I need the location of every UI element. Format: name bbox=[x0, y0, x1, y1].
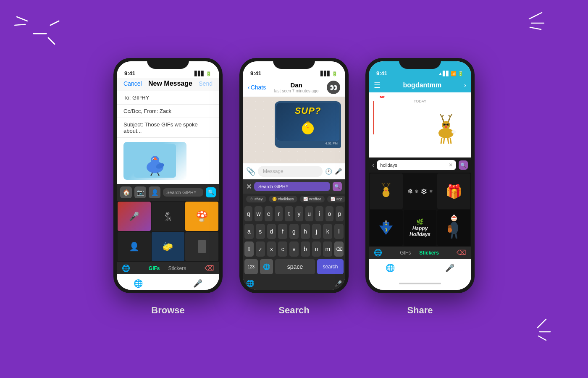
hashtag-coffee[interactable]: 📈 #coffee bbox=[300, 196, 325, 202]
gifs-tab-1[interactable]: GIFs bbox=[149, 265, 160, 271]
globe-icon-1[interactable]: 🌐 bbox=[122, 264, 130, 272]
gif-cell-3[interactable]: 🍄 bbox=[185, 202, 218, 231]
camera-icon-btn[interactable]: 📷 bbox=[134, 186, 146, 198]
delete-icon-3[interactable]: ⌫ bbox=[457, 249, 466, 257]
phone1-label: Browse bbox=[151, 305, 184, 316]
key-r[interactable]: r bbox=[275, 206, 283, 221]
mail-to-field[interactable]: To: GIPHY bbox=[117, 91, 219, 105]
home-icon-btn[interactable]: 🏠 bbox=[120, 186, 132, 198]
mail-cc-field[interactable]: Cc/Bcc, From: Zack bbox=[117, 105, 219, 118]
key-a[interactable]: a bbox=[244, 224, 254, 239]
search-icon-3[interactable]: 🔍 bbox=[459, 160, 468, 170]
gif-cell-4[interactable]: 👤 bbox=[118, 232, 151, 261]
delete-icon-1[interactable]: ⌫ bbox=[205, 264, 214, 272]
giphy-search-input-2[interactable]: Search GIPHY bbox=[254, 182, 330, 191]
globe-icon-3[interactable]: 🌐 bbox=[374, 249, 382, 257]
globe-key[interactable]: 🌐 bbox=[260, 259, 273, 274]
gif-cell-1[interactable]: 🎤 bbox=[118, 202, 151, 231]
globe-sys-3[interactable]: 🌐 bbox=[386, 263, 395, 273]
hashtag-hey[interactable]: ⏱ #hey bbox=[246, 196, 266, 202]
phone1-status-icons: ▋▋▋ 🔋 bbox=[194, 71, 212, 76]
kb-mic-icon[interactable]: 🎤 bbox=[335, 280, 342, 287]
giphy-search-input-3[interactable]: holidays ✕ bbox=[377, 160, 456, 170]
key-v[interactable]: v bbox=[289, 242, 299, 257]
search-icon-2[interactable]: 🔍 bbox=[333, 182, 342, 191]
hashtag-gc[interactable]: 📈 #gc bbox=[327, 196, 345, 202]
key-i[interactable]: i bbox=[315, 206, 323, 221]
red-line bbox=[373, 101, 374, 134]
mail-gif-preview bbox=[123, 142, 186, 180]
hashtag-holidays[interactable]: 😊 #holidays bbox=[269, 196, 297, 202]
sticker-cell-5[interactable]: 🌿 HappyHolidays bbox=[404, 210, 437, 246]
key-d[interactable]: d bbox=[267, 224, 276, 239]
svg-point-23 bbox=[306, 125, 307, 126]
sticker-cell-4[interactable]: נ ✦ bbox=[370, 210, 403, 246]
key-l[interactable]: l bbox=[334, 224, 344, 239]
mic-icon[interactable]: 🎤 bbox=[335, 168, 342, 175]
key-p[interactable]: p bbox=[336, 206, 344, 221]
key-b[interactable]: b bbox=[301, 242, 310, 257]
key-g[interactable]: g bbox=[289, 224, 299, 239]
key-o[interactable]: o bbox=[326, 206, 333, 221]
key-e[interactable]: e bbox=[265, 206, 273, 221]
key-q[interactable]: q bbox=[244, 206, 252, 221]
key-z[interactable]: z bbox=[256, 242, 265, 257]
chevron-right-icon[interactable]: › bbox=[464, 81, 466, 89]
sticker-cell-6[interactable] bbox=[437, 210, 470, 246]
cancel-button[interactable]: Cancel bbox=[123, 80, 142, 87]
sticker-cell-1[interactable] bbox=[370, 173, 403, 209]
send-button[interactable]: Send bbox=[199, 80, 213, 87]
happy-holidays-text: HappyHolidays bbox=[410, 226, 430, 238]
num-key[interactable]: 123 bbox=[244, 259, 258, 274]
key-f[interactable]: f bbox=[278, 224, 287, 239]
svg-line-1 bbox=[50, 21, 59, 25]
search-value-3: holidays bbox=[380, 163, 397, 168]
key-s[interactable]: s bbox=[256, 224, 265, 239]
gif-cell-2[interactable]: 💃 bbox=[152, 202, 185, 231]
clear-search-icon[interactable]: ✕ bbox=[449, 162, 453, 168]
key-n[interactable]: n bbox=[312, 242, 321, 257]
shift-key[interactable]: ⇧ bbox=[244, 242, 254, 257]
giphy-search-input-1[interactable]: Search GIPHY bbox=[163, 188, 203, 197]
stickers-tab-3[interactable]: Stickers bbox=[419, 250, 439, 256]
gif-cell-6[interactable] bbox=[185, 232, 218, 261]
gif-cell-5[interactable]: 🧽 bbox=[152, 232, 185, 261]
menu-icon[interactable]: ☰ bbox=[374, 81, 381, 90]
gifs-tab-3[interactable]: GIFs bbox=[400, 250, 411, 256]
tg-message-input[interactable]: Message bbox=[258, 166, 323, 177]
sticker-cell-3[interactable]: 🎁 bbox=[437, 173, 470, 209]
key-y[interactable]: y bbox=[295, 206, 303, 221]
back-icon-3[interactable]: ‹ bbox=[372, 161, 374, 169]
key-x[interactable]: x bbox=[267, 242, 276, 257]
key-m[interactable]: m bbox=[323, 242, 332, 257]
key-u[interactable]: u bbox=[305, 206, 313, 221]
sticker-cell-2[interactable]: ❄ ❄ ❄ ❄ bbox=[404, 173, 437, 209]
kb-globe-icon[interactable]: 🌐 bbox=[246, 279, 255, 287]
giphy-keyboard-1: 🏠 📷 👤 Search GIPHY 🔍 🎤 bbox=[117, 184, 219, 274]
search-key[interactable]: search bbox=[317, 259, 344, 274]
svg-line-10 bbox=[538, 336, 546, 340]
attach-icon[interactable]: 📎 bbox=[246, 167, 255, 176]
key-t[interactable]: t bbox=[285, 206, 293, 221]
svg-line-36 bbox=[444, 138, 444, 144]
close-keyboard-btn[interactable]: ✕ bbox=[246, 183, 252, 191]
space-key[interactable]: space bbox=[275, 259, 315, 274]
phone3-status-icons: ▲▋▋ 📶 🔋 bbox=[438, 71, 464, 76]
globe-sys-1[interactable]: 🌐 bbox=[134, 279, 143, 288]
key-w[interactable]: w bbox=[255, 206, 262, 221]
mic-sys-1[interactable]: 🎤 bbox=[193, 279, 202, 288]
clock-icon[interactable]: 🕐 bbox=[325, 168, 332, 175]
key-c[interactable]: c bbox=[278, 242, 287, 257]
key-h[interactable]: h bbox=[301, 224, 310, 239]
delete-key[interactable]: ⌫ bbox=[334, 242, 344, 257]
stickers-tab-1[interactable]: Stickers bbox=[168, 265, 186, 271]
mail-subject-field[interactable]: Subject: Those GIFs we spoke about... bbox=[117, 118, 219, 138]
person-icon-btn[interactable]: 👤 bbox=[149, 186, 160, 198]
phone3-inner: 9:41 ▲▋▋ 📶 🔋 ☰ bogdantmm › ME bbox=[369, 61, 471, 290]
key-k[interactable]: k bbox=[323, 224, 332, 239]
key-j[interactable]: j bbox=[312, 224, 321, 239]
mic-sys-3[interactable]: 🎤 bbox=[445, 263, 454, 273]
back-button[interactable]: ‹ Chats bbox=[248, 84, 266, 91]
giphy-keyboard-2: ✕ Search GIPHY 🔍 ⏱ #hey 😊 bbox=[243, 179, 345, 290]
search-icon-1[interactable]: 🔍 bbox=[206, 187, 216, 197]
